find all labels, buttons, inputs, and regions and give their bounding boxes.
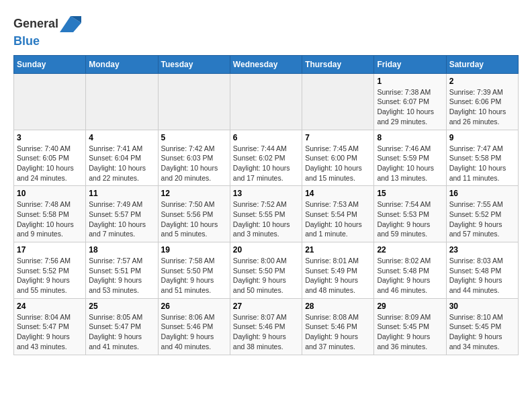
weekday-sunday: Sunday <box>14 55 86 73</box>
day-cell: 4Sunrise: 7:41 AM Sunset: 6:04 PM Daylig… <box>86 130 158 186</box>
day-cell: 25Sunrise: 8:05 AM Sunset: 5:47 PM Dayli… <box>86 298 158 355</box>
day-number: 25 <box>89 302 154 311</box>
day-cell: 3Sunrise: 7:40 AM Sunset: 6:05 PM Daylig… <box>14 130 86 186</box>
page-header: General Blue <box>13 13 519 48</box>
day-info: Sunrise: 8:08 AM Sunset: 5:46 PM Dayligh… <box>305 312 371 352</box>
day-number: 22 <box>377 245 443 255</box>
day-cell: 11Sunrise: 7:49 AM Sunset: 5:57 PM Dayli… <box>86 186 158 242</box>
day-cell: 10Sunrise: 7:48 AM Sunset: 5:58 PM Dayli… <box>14 186 86 242</box>
day-cell: 2Sunrise: 7:39 AM Sunset: 6:06 PM Daylig… <box>446 73 518 130</box>
day-cell: 8Sunrise: 7:46 AM Sunset: 5:59 PM Daylig… <box>374 130 446 186</box>
week-row-3: 17Sunrise: 7:56 AM Sunset: 5:52 PM Dayli… <box>14 242 519 299</box>
day-info: Sunrise: 7:57 AM Sunset: 5:51 PM Dayligh… <box>89 256 154 295</box>
day-cell: 28Sunrise: 8:08 AM Sunset: 5:46 PM Dayli… <box>302 298 374 355</box>
day-cell: 20Sunrise: 8:00 AM Sunset: 5:50 PM Dayli… <box>230 242 302 299</box>
day-number: 18 <box>89 245 154 255</box>
day-cell <box>86 73 158 130</box>
day-cell: 16Sunrise: 7:55 AM Sunset: 5:52 PM Dayli… <box>446 186 518 242</box>
day-cell: 14Sunrise: 7:53 AM Sunset: 5:54 PM Dayli… <box>302 186 374 242</box>
day-number: 2 <box>449 77 515 86</box>
calendar-body: 1Sunrise: 7:38 AM Sunset: 6:07 PM Daylig… <box>14 73 519 355</box>
day-info: Sunrise: 7:44 AM Sunset: 6:02 PM Dayligh… <box>233 144 299 183</box>
weekday-friday: Friday <box>374 55 446 73</box>
day-cell: 30Sunrise: 8:10 AM Sunset: 5:45 PM Dayli… <box>446 298 518 355</box>
day-cell: 24Sunrise: 8:04 AM Sunset: 5:47 PM Dayli… <box>14 298 86 355</box>
day-info: Sunrise: 7:56 AM Sunset: 5:52 PM Dayligh… <box>17 256 83 295</box>
day-info: Sunrise: 8:07 AM Sunset: 5:46 PM Dayligh… <box>233 312 299 352</box>
day-info: Sunrise: 7:42 AM Sunset: 6:03 PM Dayligh… <box>161 144 227 183</box>
day-number: 4 <box>89 133 154 142</box>
day-number: 13 <box>233 189 299 198</box>
day-cell: 6Sunrise: 7:44 AM Sunset: 6:02 PM Daylig… <box>230 130 302 186</box>
day-cell: 17Sunrise: 7:56 AM Sunset: 5:52 PM Dayli… <box>14 242 86 299</box>
day-cell: 5Sunrise: 7:42 AM Sunset: 6:03 PM Daylig… <box>158 130 230 186</box>
day-number: 28 <box>305 302 371 311</box>
day-number: 21 <box>305 245 371 255</box>
week-row-1: 3Sunrise: 7:40 AM Sunset: 6:05 PM Daylig… <box>14 130 519 186</box>
day-cell: 19Sunrise: 7:58 AM Sunset: 5:50 PM Dayli… <box>158 242 230 299</box>
day-number: 10 <box>17 189 83 198</box>
day-info: Sunrise: 7:48 AM Sunset: 5:58 PM Dayligh… <box>17 199 83 239</box>
day-number: 15 <box>377 189 443 198</box>
weekday-tuesday: Tuesday <box>158 55 230 73</box>
calendar-table: SundayMondayTuesdayWednesdayThursdayFrid… <box>13 55 519 355</box>
day-info: Sunrise: 7:38 AM Sunset: 6:07 PM Dayligh… <box>377 87 443 127</box>
day-number: 5 <box>161 133 227 142</box>
day-cell: 13Sunrise: 7:52 AM Sunset: 5:55 PM Dayli… <box>230 186 302 242</box>
day-info: Sunrise: 7:45 AM Sunset: 6:00 PM Dayligh… <box>305 144 371 183</box>
day-info: Sunrise: 7:41 AM Sunset: 6:04 PM Dayligh… <box>89 144 154 183</box>
day-info: Sunrise: 8:00 AM Sunset: 5:50 PM Dayligh… <box>233 256 299 295</box>
day-info: Sunrise: 8:05 AM Sunset: 5:47 PM Dayligh… <box>89 312 154 352</box>
day-info: Sunrise: 8:03 AM Sunset: 5:48 PM Dayligh… <box>449 256 515 295</box>
day-info: Sunrise: 7:40 AM Sunset: 6:05 PM Dayligh… <box>17 144 83 183</box>
day-number: 29 <box>377 302 443 311</box>
day-info: Sunrise: 7:47 AM Sunset: 5:58 PM Dayligh… <box>449 144 515 183</box>
day-number: 9 <box>449 133 515 142</box>
day-cell: 23Sunrise: 8:03 AM Sunset: 5:48 PM Dayli… <box>446 242 518 299</box>
day-number: 24 <box>17 302 83 311</box>
day-cell <box>302 73 374 130</box>
day-number: 23 <box>449 245 515 255</box>
day-info: Sunrise: 7:54 AM Sunset: 5:53 PM Dayligh… <box>377 199 443 239</box>
day-cell: 22Sunrise: 8:02 AM Sunset: 5:48 PM Dayli… <box>374 242 446 299</box>
day-info: Sunrise: 7:50 AM Sunset: 5:56 PM Dayligh… <box>161 199 227 239</box>
day-info: Sunrise: 7:53 AM Sunset: 5:54 PM Dayligh… <box>305 199 371 239</box>
logo-icon <box>60 13 81 35</box>
day-number: 14 <box>305 189 371 198</box>
day-info: Sunrise: 7:55 AM Sunset: 5:52 PM Dayligh… <box>449 199 515 239</box>
day-info: Sunrise: 8:10 AM Sunset: 5:45 PM Dayligh… <box>449 312 515 352</box>
day-number: 7 <box>305 133 371 142</box>
day-cell: 9Sunrise: 7:47 AM Sunset: 5:58 PM Daylig… <box>446 130 518 186</box>
weekday-monday: Monday <box>86 55 158 73</box>
day-number: 1 <box>377 77 443 86</box>
logo-general: General <box>13 17 58 30</box>
day-cell <box>158 73 230 130</box>
day-info: Sunrise: 7:39 AM Sunset: 6:06 PM Dayligh… <box>449 87 515 127</box>
week-row-0: 1Sunrise: 7:38 AM Sunset: 6:07 PM Daylig… <box>14 73 519 130</box>
day-cell <box>14 73 86 130</box>
day-info: Sunrise: 8:01 AM Sunset: 5:49 PM Dayligh… <box>305 256 371 295</box>
day-number: 12 <box>161 189 227 198</box>
week-row-2: 10Sunrise: 7:48 AM Sunset: 5:58 PM Dayli… <box>14 186 519 242</box>
day-info: Sunrise: 8:04 AM Sunset: 5:47 PM Dayligh… <box>17 312 83 352</box>
day-cell: 12Sunrise: 7:50 AM Sunset: 5:56 PM Dayli… <box>158 186 230 242</box>
day-cell: 18Sunrise: 7:57 AM Sunset: 5:51 PM Dayli… <box>86 242 158 299</box>
day-number: 30 <box>449 302 515 311</box>
day-cell: 26Sunrise: 8:06 AM Sunset: 5:46 PM Dayli… <box>158 298 230 355</box>
day-cell: 21Sunrise: 8:01 AM Sunset: 5:49 PM Dayli… <box>302 242 374 299</box>
day-info: Sunrise: 7:58 AM Sunset: 5:50 PM Dayligh… <box>161 256 227 295</box>
logo: General Blue <box>13 13 81 48</box>
day-cell: 7Sunrise: 7:45 AM Sunset: 6:00 PM Daylig… <box>302 130 374 186</box>
day-cell: 27Sunrise: 8:07 AM Sunset: 5:46 PM Dayli… <box>230 298 302 355</box>
day-info: Sunrise: 7:52 AM Sunset: 5:55 PM Dayligh… <box>233 199 299 239</box>
week-row-4: 24Sunrise: 8:04 AM Sunset: 5:47 PM Dayli… <box>14 298 519 355</box>
day-cell: 15Sunrise: 7:54 AM Sunset: 5:53 PM Dayli… <box>374 186 446 242</box>
day-number: 11 <box>89 189 154 198</box>
day-number: 20 <box>233 245 299 255</box>
day-number: 26 <box>161 302 227 311</box>
day-number: 19 <box>161 245 227 255</box>
day-number: 17 <box>17 245 83 255</box>
day-number: 8 <box>377 133 443 142</box>
weekday-wednesday: Wednesday <box>230 55 302 73</box>
day-cell: 1Sunrise: 7:38 AM Sunset: 6:07 PM Daylig… <box>374 73 446 130</box>
